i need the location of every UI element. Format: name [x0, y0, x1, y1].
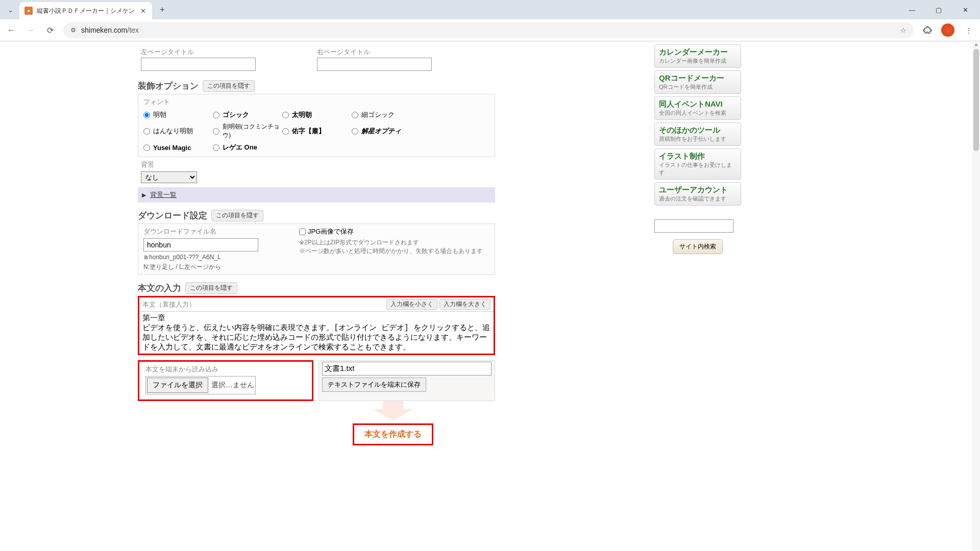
sidebar-item-account[interactable]: ユーザーアカウント 過去の注文を確認できます	[654, 182, 741, 206]
sidebar-title: イラスト制作	[659, 152, 737, 161]
extensions-icon[interactable]	[921, 23, 934, 37]
direct-input-label: 本文（直接入力）	[142, 300, 384, 309]
download-section-title: ダウンロード設定	[138, 210, 207, 221]
font-opt-kaisei[interactable]: 解星オプティ	[352, 121, 421, 141]
window-maximize-icon[interactable]: ▢	[930, 3, 947, 17]
right-page-title-input[interactable]	[317, 58, 432, 71]
filename-pattern: 🗎honbun_p001-???_A6N_L	[143, 254, 258, 261]
sidebar-item-tools[interactable]: そのほかのツール 原稿制作をお手伝いします	[654, 122, 741, 146]
sidebar-item-illust[interactable]: イラスト制作 イラストの仕事をお受けします	[654, 148, 741, 180]
jpg-note1: ※2P以上はZIP形式でダウンロードされます	[299, 238, 483, 247]
file-load-label: 本文を端末から読み込み	[145, 365, 306, 374]
nav-reload-icon[interactable]: ⟳	[44, 24, 56, 36]
sidebar-title: QRコードメーカー	[659, 73, 737, 83]
textarea-larger-button[interactable]: 入力欄を大きく	[439, 299, 491, 310]
sidebar-desc: QRコードを簡単作成	[659, 83, 737, 91]
jpg-checkbox-row[interactable]: JPG画像で保存	[299, 227, 483, 236]
font-opt-mincho[interactable]: 明朝	[143, 109, 213, 121]
scroll-up-icon[interactable]: ▲	[972, 42, 980, 49]
background-select[interactable]: なし	[141, 171, 197, 183]
file-icon: 🗎	[143, 254, 149, 260]
sidebar-desc: カレンダー画像を簡単作成	[659, 57, 737, 65]
site-search-button[interactable]: サイト内検索	[673, 239, 723, 254]
sidebar-item-event[interactable]: 同人イベントNAVI 全国の同人イベントを検索	[654, 96, 741, 120]
save-filename-input[interactable]	[322, 362, 492, 375]
sidebar-title: カレンダーメーカー	[659, 47, 737, 57]
vertical-scrollbar[interactable]: ▲	[972, 42, 980, 445]
font-opt-hannari[interactable]: はんなり明朝	[143, 121, 213, 141]
tab-dropdown-icon[interactable]: ⌄	[4, 4, 16, 16]
sidebar-desc: イラストの仕事をお受けします	[659, 161, 737, 177]
window-minimize-icon[interactable]: —	[903, 3, 921, 17]
font-opt-yuji[interactable]: 佑字【肅】	[282, 121, 352, 141]
tab-close-icon[interactable]: ✕	[139, 7, 147, 15]
jpg-checkbox[interactable]	[299, 229, 306, 235]
file-save-block: テキストファイルを端末に保存	[318, 360, 495, 401]
left-page-title-input[interactable]	[141, 58, 256, 71]
new-tab-button[interactable]: +	[155, 3, 169, 17]
address-bar[interactable]: ⚙ shimeken.com/tex ☆	[63, 22, 914, 38]
filename-legend: N:塗り足し / L:左ページから	[143, 263, 258, 271]
sidebar-title: そのほかのツール	[659, 126, 737, 135]
sidebar-desc: 全国の同人イベントを検索	[659, 109, 737, 117]
body-hide-button[interactable]: この項目を隠す	[185, 282, 237, 294]
decoration-hide-button[interactable]: この項目を隠す	[203, 80, 255, 92]
body-section-title: 本文の入力	[138, 282, 181, 294]
sidebar-item-calendar[interactable]: カレンダーメーカー カレンダー画像を簡単作成	[654, 44, 741, 68]
url-text: shimeken.com/tex	[81, 26, 895, 34]
favicon-icon: ✦	[24, 7, 33, 15]
download-hide-button[interactable]: この項目を隠す	[211, 210, 263, 221]
arrow-down-icon	[362, 401, 424, 421]
triangle-right-icon: ▶	[142, 192, 146, 198]
file-load-block: 本文を端末から読み込み ファイルを選択 選択…ません	[138, 360, 313, 401]
filename-input[interactable]	[143, 238, 258, 252]
background-list-link[interactable]: 背景一覧	[150, 191, 177, 198]
font-opt-kokumin[interactable]: 刻明朝(コクミンチョウ)	[213, 121, 282, 141]
file-status: 選択…ません	[208, 381, 254, 390]
decoration-section-title: 装飾オプション	[138, 80, 199, 92]
body-textarea[interactable]: 第一章 ビデオを使うと、伝えたい内容を明確に表現できます。[オンライン ビデオ]…	[139, 311, 494, 352]
profile-avatar-icon[interactable]	[941, 23, 954, 37]
sidebar-title: 同人イベントNAVI	[659, 99, 737, 109]
sidebar-title: ユーザーアカウント	[659, 185, 737, 195]
font-opt-hosogothic[interactable]: 細ゴシック	[352, 109, 421, 121]
background-label: 背景	[141, 160, 648, 169]
sidebar-desc: 過去の注文を確認できます	[659, 195, 737, 203]
background-list-row[interactable]: ▶ 背景一覧	[138, 187, 495, 203]
textarea-smaller-button[interactable]: 入力欄を小さく	[386, 299, 437, 310]
nav-back-icon[interactable]: ←	[5, 24, 17, 36]
sidebar-item-qr[interactable]: QRコードメーカー QRコードを簡単作成	[654, 70, 741, 94]
window-close-icon[interactable]: ✕	[957, 3, 974, 17]
browser-menu-icon[interactable]: ⋮	[962, 23, 975, 37]
generate-button[interactable]: 本文を作成する	[353, 423, 433, 445]
font-opt-yusei[interactable]: Yusei Magic	[143, 141, 213, 154]
browser-tab[interactable]: ✦ 縦書小説ＰＤＦメーカー｜シメケン ✕	[19, 2, 152, 19]
sidebar-desc: 原稿制作をお手伝いします	[659, 135, 737, 143]
filename-label: ダウンロードファイル名	[143, 227, 258, 236]
nav-forward-icon[interactable]: →	[24, 24, 37, 36]
bookmark-star-icon[interactable]: ☆	[900, 27, 906, 34]
save-file-button[interactable]: テキストファイルを端末に保存	[322, 378, 426, 392]
font-label: フォント	[143, 97, 489, 107]
body-textarea-block: 本文（直接入力） 入力欄を小さく 入力欄を大きく 第一章 ビデオを使うと、伝えた…	[138, 296, 495, 355]
tab-title: 縦書小説ＰＤＦメーカー｜シメケン	[37, 7, 135, 15]
font-opt-futomincho[interactable]: 太明朝	[282, 109, 352, 121]
jpg-note2: ※ページ数が多いと処理に時間がかかり、失敗する場合もあります	[299, 247, 483, 256]
font-opt-gothic[interactable]: ゴシック	[213, 109, 282, 121]
site-search-input[interactable]	[654, 219, 733, 233]
right-page-title-label: 右ページタイトル	[317, 46, 432, 58]
choose-file-button[interactable]: ファイルを選択	[147, 378, 208, 393]
scrollbar-thumb[interactable]	[973, 49, 979, 151]
site-info-icon[interactable]: ⚙	[70, 27, 76, 34]
font-opt-reggae[interactable]: レゲエ One	[213, 141, 282, 154]
font-radio-group: 明朝 ゴシック 太明朝 細ゴシック はんなり明朝 刻明朝(コクミンチョウ) 佑字…	[143, 109, 489, 154]
left-page-title-label: 左ページタイトル	[141, 46, 256, 58]
